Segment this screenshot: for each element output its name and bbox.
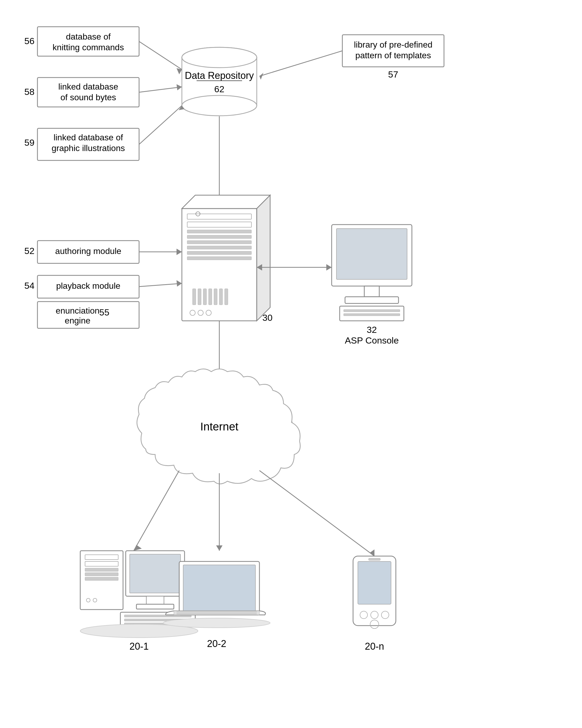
svg-rect-25 bbox=[187, 230, 251, 233]
server-ref: 30 bbox=[262, 313, 273, 323]
svg-marker-21 bbox=[182, 195, 270, 209]
svg-rect-52 bbox=[345, 297, 399, 304]
internet-label: Internet bbox=[200, 420, 238, 433]
authoring-module-label: authoring module bbox=[55, 246, 121, 256]
svg-rect-36 bbox=[219, 289, 223, 305]
svg-rect-35 bbox=[214, 289, 217, 305]
svg-rect-91 bbox=[146, 596, 164, 604]
svg-rect-51 bbox=[364, 286, 379, 297]
library-label-1: library of pre-defined bbox=[354, 40, 432, 49]
svg-rect-27 bbox=[187, 241, 251, 244]
svg-rect-54 bbox=[344, 310, 400, 312]
svg-rect-90 bbox=[130, 554, 180, 593]
svg-rect-105 bbox=[358, 562, 391, 604]
svg-rect-84 bbox=[85, 568, 118, 571]
svg-rect-102 bbox=[177, 613, 257, 614]
svg-rect-33 bbox=[203, 289, 206, 305]
asp-console-label: ASP Console bbox=[345, 335, 399, 345]
svg-rect-99 bbox=[183, 565, 255, 612]
svg-rect-26 bbox=[187, 235, 251, 238]
svg-rect-50 bbox=[336, 229, 407, 279]
playback-module-ref: 54 bbox=[24, 281, 34, 291]
svg-rect-29 bbox=[187, 251, 251, 255]
db-graphic-label-2: graphic illustrations bbox=[52, 143, 125, 153]
data-repository-label: Data Repository bbox=[185, 70, 254, 81]
svg-rect-0 bbox=[0, 0, 582, 728]
svg-rect-28 bbox=[187, 246, 251, 249]
svg-rect-55 bbox=[344, 314, 400, 316]
svg-rect-32 bbox=[198, 289, 201, 305]
svg-rect-106 bbox=[369, 558, 380, 561]
playback-module-label: playback module bbox=[56, 281, 120, 291]
svg-rect-101 bbox=[177, 612, 257, 613]
svg-marker-22 bbox=[257, 195, 270, 321]
db-knitting-label-2: knitting commands bbox=[53, 43, 124, 52]
db-knitting-ref: 56 bbox=[24, 36, 34, 46]
client-1-ref: 20-1 bbox=[129, 641, 149, 652]
svg-rect-30 bbox=[187, 257, 251, 260]
authoring-module-ref: 52 bbox=[24, 246, 34, 256]
enunciation-engine-label-2: engine bbox=[65, 316, 91, 326]
db-sound-label-2: of sound bytes bbox=[60, 93, 116, 102]
library-label-2: pattern of templates bbox=[355, 51, 431, 60]
enunciation-engine-ref: 55 bbox=[99, 307, 109, 317]
svg-rect-86 bbox=[85, 577, 118, 580]
db-sound-label-1: linked database bbox=[58, 82, 118, 92]
asp-console-ref: 32 bbox=[367, 324, 377, 335]
svg-point-103 bbox=[163, 618, 270, 628]
svg-point-4 bbox=[182, 47, 257, 68]
client-2-ref: 20-2 bbox=[207, 638, 226, 649]
db-knitting-label-1: database of bbox=[66, 32, 110, 42]
svg-rect-34 bbox=[209, 289, 212, 305]
svg-rect-92 bbox=[136, 604, 174, 609]
enunciation-engine-label-1: enunciation bbox=[56, 306, 100, 315]
svg-rect-31 bbox=[193, 289, 196, 305]
svg-rect-37 bbox=[225, 289, 228, 305]
diagram-container: Data Repository 62 library of pre-define… bbox=[0, 0, 582, 728]
db-graphic-ref: 59 bbox=[24, 137, 34, 148]
client-n-ref: 20-n bbox=[365, 641, 384, 652]
db-sound-ref: 58 bbox=[24, 87, 34, 97]
svg-rect-85 bbox=[85, 573, 118, 576]
svg-point-3 bbox=[182, 96, 257, 116]
db-graphic-label-1: linked database of bbox=[53, 133, 123, 142]
data-repository-ref: 62 bbox=[214, 84, 224, 94]
library-ref: 57 bbox=[388, 69, 398, 79]
